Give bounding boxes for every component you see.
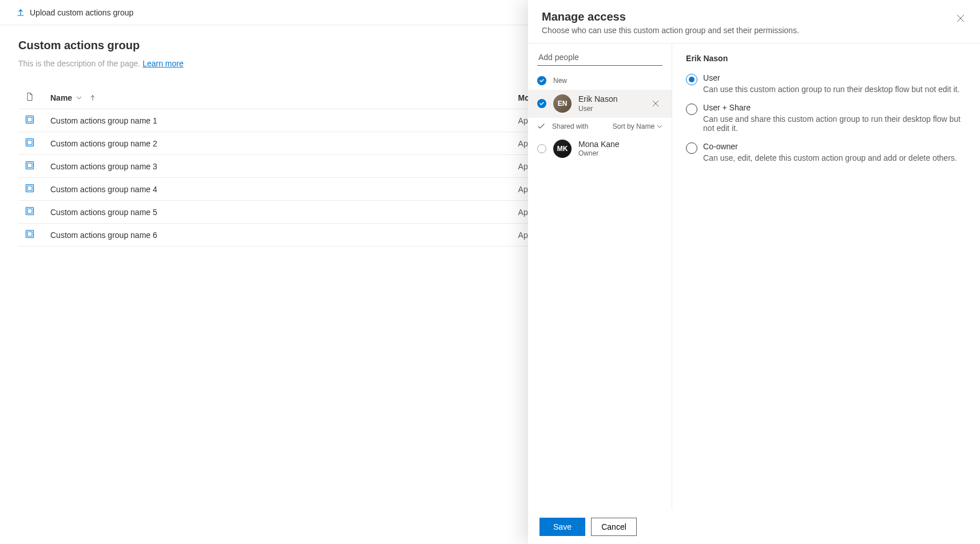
column-header-name-label: Name <box>50 93 72 102</box>
svg-rect-9 <box>27 209 32 213</box>
people-section-shared-header[interactable]: Shared with Sort by Name <box>528 118 672 135</box>
radio-button[interactable] <box>686 104 697 115</box>
person-name: Mona Kane <box>578 140 662 150</box>
people-section-new-header[interactable]: New <box>528 72 672 90</box>
person-name: Erik Nason <box>578 94 642 105</box>
people-section-new-label: New <box>553 77 567 85</box>
table-cell-name: Custom actions group name 1 <box>43 109 511 132</box>
page-description-text: This is the description of the page. <box>18 59 140 68</box>
people-pane: New EN Erik Nason User Shared with Sort … <box>528 43 672 260</box>
panel-close-button[interactable] <box>951 9 970 27</box>
svg-rect-7 <box>27 186 32 190</box>
file-icon <box>25 92 34 101</box>
sort-by-name-label: Sort by Name <box>613 122 654 130</box>
person-role: User <box>578 105 642 113</box>
chevron-down-icon <box>76 94 82 101</box>
radio-button[interactable] <box>686 74 697 85</box>
svg-rect-4 <box>26 162 34 169</box>
panel-body: New EN Erik Nason User Shared with Sort … <box>528 43 980 260</box>
panel-header: Manage access Choose who can use this cu… <box>528 0 980 43</box>
permission-option-description: Can use, edit, delete this custom action… <box>703 153 957 162</box>
close-icon <box>652 100 659 107</box>
person-role: Owner <box>578 149 662 158</box>
custom-actions-group-icon <box>25 229 34 239</box>
table-cell-name: Custom actions group name 6 <box>43 224 511 247</box>
avatar: EN <box>553 94 572 113</box>
checkmark-circle-icon <box>537 76 546 85</box>
permission-option-label: User <box>703 73 959 82</box>
permissions-person-name: Erik Nason <box>686 54 966 63</box>
svg-rect-3 <box>27 140 32 145</box>
unselected-circle-icon <box>537 144 546 153</box>
avatar: MK <box>553 140 572 158</box>
close-icon <box>957 14 965 22</box>
manage-access-panel: Manage access Choose who can use this cu… <box>528 0 980 260</box>
svg-rect-8 <box>26 208 34 215</box>
table-cell-name: Custom actions group name 2 <box>43 132 511 155</box>
permission-option-description: Can use this custom action group to run … <box>703 85 959 94</box>
svg-rect-11 <box>27 232 32 236</box>
permission-option-user[interactable]: User Can use this custom action group to… <box>686 73 966 94</box>
people-section-shared-label: Shared with <box>552 122 588 130</box>
learn-more-link[interactable]: Learn more <box>142 59 184 68</box>
table-cell-name: Custom actions group name 3 <box>43 155 511 178</box>
person-row[interactable]: EN Erik Nason User <box>528 90 672 118</box>
permission-option-description: Can use and share this custom action gro… <box>703 114 966 133</box>
custom-actions-group-icon <box>25 184 34 193</box>
upload-button-label: Upload custom actions group <box>30 8 133 17</box>
permission-option-label: Co-owner <box>703 142 957 151</box>
permission-option-user-share[interactable]: User + Share Can use and share this cust… <box>686 103 966 133</box>
permissions-pane: Erik Nason User Can use this custom acti… <box>672 43 980 260</box>
table-cell-name: Custom actions group name 5 <box>43 201 511 224</box>
svg-rect-6 <box>26 185 34 192</box>
table-cell-name: Custom actions group name 4 <box>43 178 511 201</box>
person-row[interactable]: MK Mona Kane Owner <box>528 135 672 163</box>
svg-rect-2 <box>26 139 34 146</box>
checkmark-circle-icon <box>537 99 546 108</box>
upload-custom-actions-group-button[interactable]: Upload custom actions group <box>11 3 138 22</box>
permission-option-label: User + Share <box>703 103 966 112</box>
custom-actions-group-icon <box>25 138 34 147</box>
svg-rect-0 <box>26 116 34 124</box>
svg-rect-10 <box>26 231 34 238</box>
permission-option-co-owner[interactable]: Co-owner Can use, edit, delete this cust… <box>686 142 966 162</box>
custom-actions-group-icon <box>25 207 34 216</box>
upload-icon <box>16 8 25 17</box>
radio-button[interactable] <box>686 142 697 154</box>
custom-actions-group-icon <box>25 161 34 170</box>
sort-by-name-button[interactable]: Sort by Name <box>613 122 662 130</box>
svg-rect-1 <box>27 117 32 122</box>
chevron-down-icon <box>657 124 662 129</box>
sort-ascending-icon <box>89 94 96 101</box>
custom-actions-group-icon <box>25 115 34 124</box>
panel-title: Manage access <box>542 10 966 23</box>
add-people-input[interactable] <box>537 49 662 66</box>
svg-rect-5 <box>27 163 32 168</box>
column-header-file-icon[interactable] <box>18 86 43 109</box>
checkmark-icon <box>537 122 545 130</box>
column-header-name[interactable]: Name <box>43 86 511 109</box>
remove-person-button[interactable] <box>649 97 662 110</box>
panel-subtitle: Choose who can use this custom action gr… <box>542 26 966 35</box>
